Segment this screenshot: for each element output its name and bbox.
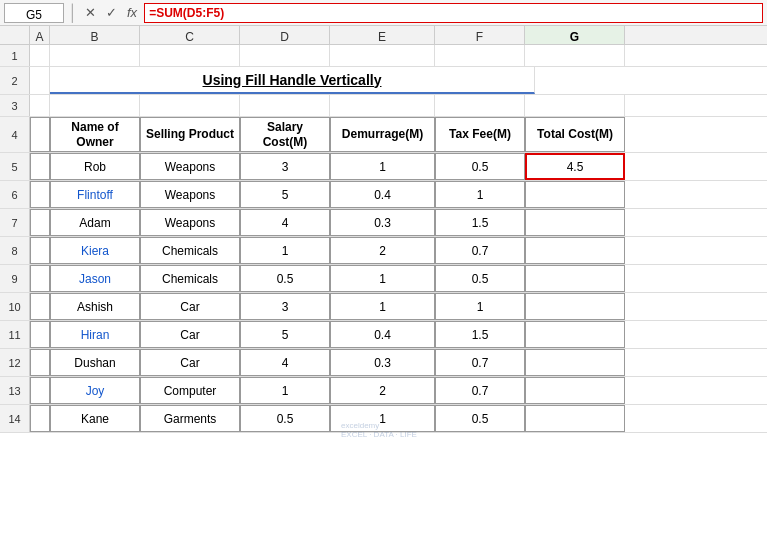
cell-g1[interactable] (525, 45, 625, 67)
cell-a1[interactable] (30, 45, 50, 67)
cell-g12[interactable] (525, 349, 625, 376)
cell-c12[interactable]: Car (140, 349, 240, 376)
cell-g9[interactable] (525, 265, 625, 292)
cell-d1[interactable] (240, 45, 330, 67)
cell-g8[interactable] (525, 237, 625, 264)
cell-c10[interactable]: Car (140, 293, 240, 320)
cell-e3[interactable] (330, 95, 435, 117)
cell-d13[interactable]: 1 (240, 377, 330, 404)
cell-a2[interactable] (30, 67, 50, 94)
col-header-f[interactable]: F (435, 26, 525, 44)
cell-e12[interactable]: 0.3 (330, 349, 435, 376)
cell-a8[interactable] (30, 237, 50, 264)
cell-g13[interactable] (525, 377, 625, 404)
cell-b3[interactable] (50, 95, 140, 117)
cell-reference-box[interactable]: G5 (4, 3, 64, 23)
cell-e9[interactable]: 1 (330, 265, 435, 292)
cell-e6[interactable]: 0.4 (330, 181, 435, 208)
cell-g5[interactable]: 4.5 (525, 153, 625, 180)
col-header-a[interactable]: A (30, 26, 50, 44)
cell-a12[interactable] (30, 349, 50, 376)
cell-e1[interactable] (330, 45, 435, 67)
cell-f4-header[interactable]: Tax Fee(M) (435, 117, 525, 152)
cell-e7[interactable]: 0.3 (330, 209, 435, 236)
cell-b10[interactable]: Ashish (50, 293, 140, 320)
cell-f9[interactable]: 0.5 (435, 265, 525, 292)
cell-c14[interactable]: Garments (140, 405, 240, 432)
cell-f14[interactable]: 0.5 (435, 405, 525, 432)
cell-c7[interactable]: Weapons (140, 209, 240, 236)
cell-e14[interactable]: 1 exceldemyEXCEL · DATA · LIFE (330, 405, 435, 432)
cell-a10[interactable] (30, 293, 50, 320)
cell-e11[interactable]: 0.4 (330, 321, 435, 348)
cell-e4-header[interactable]: Demurrage(M) (330, 117, 435, 152)
cell-c9[interactable]: Chemicals (140, 265, 240, 292)
cell-d7[interactable]: 4 (240, 209, 330, 236)
cell-a4[interactable] (30, 117, 50, 152)
cell-d8[interactable]: 1 (240, 237, 330, 264)
cancel-icon[interactable]: ✕ (82, 4, 99, 21)
cell-c5[interactable]: Weapons (140, 153, 240, 180)
cell-c1[interactable] (140, 45, 240, 67)
cell-d4-header[interactable]: Salary Cost(M) (240, 117, 330, 152)
col-header-c[interactable]: C (140, 26, 240, 44)
cell-c8[interactable]: Chemicals (140, 237, 240, 264)
col-header-e[interactable]: E (330, 26, 435, 44)
cell-c3[interactable] (140, 95, 240, 117)
cell-b6[interactable]: Flintoff (50, 181, 140, 208)
cell-f3[interactable] (435, 95, 525, 117)
col-header-d[interactable]: D (240, 26, 330, 44)
cell-b2-title[interactable]: Using Fill Handle Vertically (50, 67, 535, 94)
cell-b5[interactable]: Rob (50, 153, 140, 180)
cell-f11[interactable]: 1.5 (435, 321, 525, 348)
cell-a13[interactable] (30, 377, 50, 404)
cell-g3[interactable] (525, 95, 625, 117)
cell-f10[interactable]: 1 (435, 293, 525, 320)
cell-g4-header[interactable]: Total Cost(M) (525, 117, 625, 152)
col-header-b[interactable]: B (50, 26, 140, 44)
cell-c11[interactable]: Car (140, 321, 240, 348)
cell-g11[interactable] (525, 321, 625, 348)
formula-input[interactable] (144, 3, 763, 23)
cell-g6[interactable] (525, 181, 625, 208)
cell-d3[interactable] (240, 95, 330, 117)
cell-d11[interactable]: 5 (240, 321, 330, 348)
cell-f13[interactable]: 0.7 (435, 377, 525, 404)
cell-a6[interactable] (30, 181, 50, 208)
cell-a14[interactable] (30, 405, 50, 432)
cell-b1[interactable] (50, 45, 140, 67)
cell-g14[interactable] (525, 405, 625, 432)
cell-e5[interactable]: 1 (330, 153, 435, 180)
cell-a3[interactable] (30, 95, 50, 117)
cell-d10[interactable]: 3 (240, 293, 330, 320)
cell-g10[interactable] (525, 293, 625, 320)
cell-c13[interactable]: Computer (140, 377, 240, 404)
cell-b8[interactable]: Kiera (50, 237, 140, 264)
cell-g7[interactable] (525, 209, 625, 236)
cell-f1[interactable] (435, 45, 525, 67)
cell-f6[interactable]: 1 (435, 181, 525, 208)
cell-f5[interactable]: 0.5 (435, 153, 525, 180)
cell-c6[interactable]: Weapons (140, 181, 240, 208)
col-header-g[interactable]: G (525, 26, 625, 44)
cell-f7[interactable]: 1.5 (435, 209, 525, 236)
cell-b11[interactable]: Hiran (50, 321, 140, 348)
cell-a5[interactable] (30, 153, 50, 180)
cell-d9[interactable]: 0.5 (240, 265, 330, 292)
cell-a7[interactable] (30, 209, 50, 236)
cell-b9[interactable]: Jason (50, 265, 140, 292)
cell-b13[interactable]: Joy (50, 377, 140, 404)
cell-f8[interactable]: 0.7 (435, 237, 525, 264)
cell-e8[interactable]: 2 (330, 237, 435, 264)
cell-a9[interactable] (30, 265, 50, 292)
cell-b12[interactable]: Dushan (50, 349, 140, 376)
cell-b4-header[interactable]: Name of Owner (50, 117, 140, 152)
cell-e13[interactable]: 2 (330, 377, 435, 404)
cell-e10[interactable]: 1 (330, 293, 435, 320)
cell-f12[interactable]: 0.7 (435, 349, 525, 376)
cell-d14[interactable]: 0.5 (240, 405, 330, 432)
cell-b14[interactable]: Kane (50, 405, 140, 432)
cell-b7[interactable]: Adam (50, 209, 140, 236)
cell-d12[interactable]: 4 (240, 349, 330, 376)
cell-c4-header[interactable]: Selling Product (140, 117, 240, 152)
